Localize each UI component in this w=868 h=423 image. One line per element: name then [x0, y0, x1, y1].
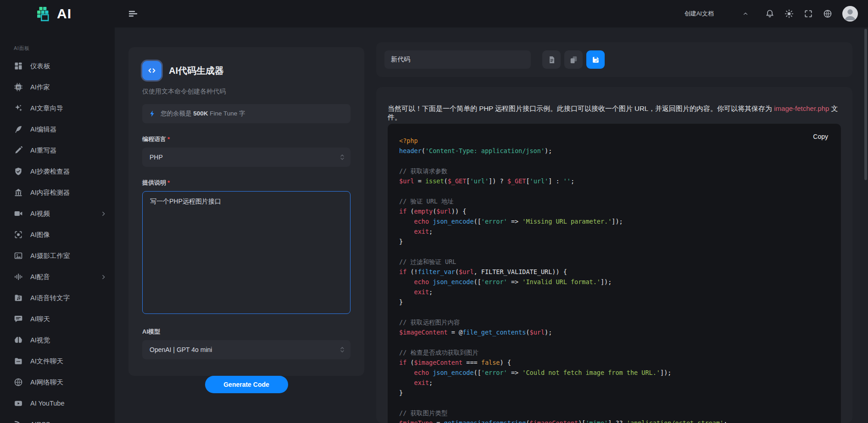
sparkles-icon — [14, 104, 23, 113]
sidebar-item-label: AI编辑器 — [30, 125, 56, 134]
code-line: if ($imageContent === false) { — [399, 357, 829, 368]
logo-cube-icon — [35, 5, 52, 22]
svg-text:AI: AI — [17, 86, 20, 89]
fullscreen-icon[interactable] — [804, 9, 813, 18]
sidebar-item[interactable]: AIRSS — [0, 414, 115, 423]
code-line: // 获取图片类型 — [399, 408, 829, 418]
code-line: // 过滤和验证 URL — [399, 257, 829, 267]
code-line: if (empty($url)) { — [399, 206, 829, 216]
save-document-button[interactable] — [586, 50, 605, 69]
code-line: echo json_encode(['error' => 'Missing UR… — [399, 216, 829, 226]
sidebar-item[interactable]: AI图像 — [0, 224, 115, 245]
file-chat-icon — [14, 357, 23, 366]
sidebar-item[interactable]: AI摄影工作室 — [0, 245, 115, 266]
save-edit-icon — [591, 55, 600, 64]
sidebar-item[interactable]: AI视频 — [0, 203, 115, 224]
generate-code-button[interactable]: Generate Code — [205, 376, 288, 393]
logo-text: AI — [57, 6, 72, 22]
code-line: // 检查是否成功获取到图片 — [399, 347, 829, 357]
duplicate-button[interactable] — [564, 50, 583, 69]
balance-banner: 您的余额是 500K Fine Tune 字 — [142, 104, 351, 123]
document-icon — [547, 55, 556, 64]
code-line: // 验证 URL 地址 — [399, 196, 829, 206]
sidebar-item[interactable]: 仪表板 — [0, 55, 115, 77]
web-chat-icon — [14, 378, 23, 387]
sidebar-item-label: 仪表板 — [30, 62, 50, 71]
bolt-icon — [149, 110, 156, 117]
output-panel: 当然可以！下面是一个简单的 PHP 远程图片接口示例。此接口可以接收一个图片 U… — [376, 87, 852, 423]
copy-code-button[interactable]: Copy — [813, 133, 828, 140]
code-line: header('Content-Type: application/json')… — [399, 146, 829, 156]
bell-icon[interactable] — [765, 9, 774, 18]
code-line: $url = isset($_GET['url']) ? $_GET['url'… — [399, 176, 829, 186]
code-line: $imageContent = @file_get_contents($url)… — [399, 327, 829, 337]
model-label: AI模型 — [142, 328, 351, 336]
sidebar-item[interactable]: AI聊天 — [0, 308, 115, 330]
video-icon — [14, 209, 23, 218]
sidebar-item-label: AI内容检测器 — [30, 188, 70, 197]
globe-icon[interactable] — [823, 9, 832, 18]
detector-icon — [14, 188, 23, 197]
user-avatar[interactable] — [842, 6, 858, 22]
sidebar-item[interactable]: AI配音 — [0, 266, 115, 287]
sidebar-item[interactable]: AI文章向导 — [0, 98, 115, 119]
youtube-icon — [14, 399, 23, 408]
chat-icon — [14, 314, 23, 324]
sidebar-item-label: AI语音转文字 — [30, 294, 70, 302]
shield-check-icon — [14, 167, 23, 176]
sidebar-item-label: AI配音 — [30, 273, 50, 281]
code-line: exit; — [399, 287, 829, 297]
sidebar-item-label: AI作家 — [30, 83, 50, 92]
language-select[interactable]: PHP — [142, 148, 351, 167]
code-line — [399, 247, 829, 257]
code-line: <?php — [399, 136, 829, 146]
sidebar-item[interactable]: AI重写器 — [0, 140, 115, 161]
new-document-button[interactable] — [542, 50, 561, 69]
sun-icon[interactable] — [785, 9, 794, 18]
sidebar-item[interactable]: AI语音转文字 — [0, 287, 115, 308]
app-logo[interactable]: AI — [35, 5, 72, 22]
chevron-right-icon — [100, 274, 106, 280]
pencil-icon — [14, 146, 23, 155]
instructions-textarea[interactable] — [142, 191, 351, 314]
sidebar-item[interactable]: AI YouTube — [0, 393, 115, 414]
instructions-label: 提供说明* — [142, 179, 351, 187]
chevron-up-icon[interactable] — [742, 11, 749, 17]
code-line — [399, 156, 829, 166]
code-line: } — [399, 388, 829, 398]
sidebar-item[interactable]: AI抄袭检查器 — [0, 161, 115, 182]
model-select[interactable]: OpenAI | GPT 4o mini — [142, 340, 351, 359]
image-focus-icon — [14, 230, 23, 239]
intro-filename: image-fetcher.php — [774, 104, 829, 112]
code-line: } — [399, 236, 829, 247]
quill-icon — [14, 125, 23, 134]
hamburger-menu-icon[interactable] — [128, 8, 139, 19]
code-block: Copy <?phpheader('Content-Type: applicat… — [388, 124, 841, 423]
sidebar-item[interactable]: AI视觉 — [0, 330, 115, 351]
chip-icon: AI — [14, 82, 23, 92]
assistant-intro-text: 当然可以！下面是一个简单的 PHP 远程图片接口示例。此接口可以接收一个图片 U… — [388, 104, 841, 122]
balance-text: 您的余额是 500K Fine Tune 字 — [161, 110, 245, 118]
code-line: exit; — [399, 378, 829, 388]
code-generator-card: AI代码生成器 仅使用文本命令创建各种代码 您的余额是 500K Fine Tu… — [128, 47, 364, 376]
document-title-input[interactable] — [384, 50, 531, 69]
sidebar-item[interactable]: AI编辑器 — [0, 119, 115, 140]
window-scrollbar[interactable] — [864, 29, 867, 180]
code-line: // 获取远程图片内容 — [399, 317, 829, 327]
rss-icon — [14, 420, 23, 423]
code-line: exit; — [399, 226, 829, 236]
required-asterisk: * — [167, 136, 170, 143]
sidebar-item[interactable]: AI网络聊天 — [0, 372, 115, 393]
dashboard-icon — [14, 61, 23, 71]
sidebar-item[interactable]: AI内容检测器 — [0, 182, 115, 203]
sidebar-item[interactable]: AIAI作家 — [0, 77, 115, 98]
select-chevrons-icon — [339, 154, 345, 161]
code-line — [399, 307, 829, 317]
sidebar-item-label: AI抄袭检查器 — [30, 167, 70, 176]
sidebar: AI面板 仪表板AIAI作家AI文章向导AI编辑器AI重写器AI抄袭检查器AI内… — [0, 27, 115, 423]
page-subtitle: 仅使用文本命令创建各种代码 — [142, 88, 351, 96]
select-chevrons-icon — [339, 346, 345, 353]
sidebar-menu: 仪表板AIAI作家AI文章向导AI编辑器AI重写器AI抄袭检查器AI内容检测器A… — [0, 55, 115, 423]
create-ai-doc-button[interactable]: 创建AI文档 — [684, 10, 714, 18]
sidebar-item[interactable]: AI文件聊天 — [0, 351, 115, 372]
